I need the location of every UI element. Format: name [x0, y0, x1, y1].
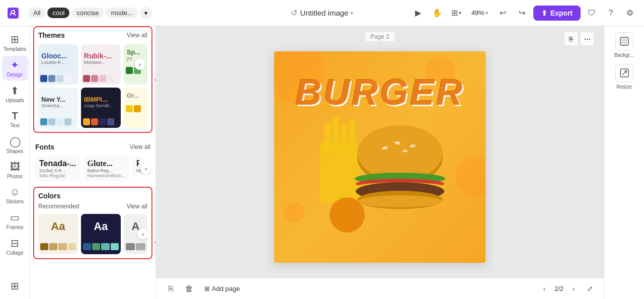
templates-label: Templates	[4, 46, 27, 52]
page-thumbnail-btn[interactable]: ⎘	[164, 282, 178, 296]
sidebar-item-photos[interactable]: 🖼 Photos	[2, 158, 28, 182]
svg-point-11	[403, 150, 408, 153]
color-dot	[48, 118, 55, 125]
colors-nav-next[interactable]: ›	[137, 229, 148, 240]
color-card-1[interactable]: Aa	[81, 214, 121, 254]
background-tool[interactable]: Backgr...	[614, 32, 634, 58]
expand-icon[interactable]: ⤢	[584, 283, 596, 295]
color-swatch	[49, 243, 57, 250]
color-dot	[64, 75, 71, 82]
sidebar-item-design[interactable]: ✦ Design	[2, 56, 28, 81]
resize-label: Resize	[616, 84, 632, 90]
theme-card-gr[interactable]: Gr...	[124, 88, 147, 128]
color-dot	[126, 67, 133, 74]
svg-rect-4	[341, 124, 347, 152]
svg-rect-3	[333, 117, 339, 152]
canva-logo[interactable]	[6, 6, 20, 20]
cursor-tool[interactable]: ▶	[410, 5, 426, 21]
sidebar-item-uploads[interactable]: ⬆ Uploads	[2, 82, 28, 106]
theme-card-newy[interactable]: New Y... SinkinSa...	[38, 88, 78, 128]
background-label: Backgr...	[614, 52, 634, 58]
font-card-0[interactable]: Tenada-... Zocbe| X-E... Stilu-Regular	[35, 156, 80, 181]
canvas-body[interactable]: Page 2 ⎘ ⋯ BURGER	[156, 26, 604, 278]
themes-view-all[interactable]: View all	[127, 32, 147, 39]
delete-page-btn[interactable]: 🗑	[182, 282, 196, 296]
color-swatch	[92, 243, 100, 250]
sidebar-item-templates[interactable]: ⊞ Templates	[2, 30, 28, 55]
theme-subname-r2-0: SinkinSa...	[41, 103, 63, 108]
theme-card-rubik[interactable]: Rubik-... Montserr...	[81, 44, 121, 85]
color-aa-0: Aa	[51, 220, 65, 233]
color-dot	[40, 75, 47, 82]
burger-title: BURGER	[274, 71, 486, 113]
color-dot	[126, 105, 133, 112]
color-swatch	[101, 243, 109, 250]
fonts-view-all[interactable]: View all	[130, 143, 150, 151]
svg-point-17	[357, 195, 443, 207]
filter-tag-mode[interactable]: mode...	[106, 8, 137, 18]
fonts-nav-next[interactable]: ›	[140, 163, 151, 174]
themes-section: Themes View all Glooc... Lucette-R...	[33, 26, 152, 133]
deco-circle-orange	[330, 197, 365, 233]
filter-dropdown[interactable]: ▾	[140, 7, 152, 19]
frames-icon: ▭	[10, 211, 20, 223]
page-counter: 2/2	[554, 285, 564, 292]
redo-btn[interactable]: ↪	[514, 5, 530, 21]
design-panel: Themes View all Glooc... Lucette-R...	[30, 26, 156, 299]
filter-tag-concise[interactable]: concise	[71, 8, 104, 18]
shield-icon[interactable]: 🛡	[584, 5, 600, 21]
themes-grid-row2: New Y... SinkinSa... IBMPl... Asap-SemiB…	[38, 88, 147, 128]
left-sidebar: ⊞ Templates ✦ Design ⬆ Uploads T Text ◯ …	[0, 26, 30, 299]
colors-section: Colors Recommended View all Aa	[33, 187, 152, 259]
uploads-label: Uploads	[6, 98, 24, 103]
hand-tool[interactable]: ✋	[429, 5, 445, 21]
fonts-grid: Tenada-... Zocbe| X-E... Stilu-Regular G…	[35, 156, 150, 181]
theme-card-glooc[interactable]: Glooc... Lucette-R...	[38, 44, 78, 85]
settings-icon[interactable]: ⚙	[622, 5, 638, 21]
sidebar-item-shapes[interactable]: ◯ Shapes	[2, 132, 28, 157]
filter-tag-all[interactable]: All	[28, 8, 45, 18]
undo-btn[interactable]: ↩	[495, 5, 511, 21]
sidebar-item-collage[interactable]: ⊟ Collage	[2, 234, 28, 259]
resize-tool[interactable]: Resize	[615, 64, 633, 90]
uploads-icon: ⬆	[11, 85, 19, 97]
background-icon	[615, 32, 633, 50]
sidebar-item-text[interactable]: T Text	[2, 107, 28, 131]
page-label: Page 2	[365, 32, 394, 41]
page-copy-btn[interactable]: ⎘	[565, 32, 578, 45]
canvas-page[interactable]: BURGER	[274, 51, 486, 263]
fonts-section: Fonts View all Tenada-... Zocbe| X-E... …	[30, 138, 155, 187]
export-button[interactable]: ⬆ Export	[533, 6, 581, 21]
sidebar-item-frames[interactable]: ▭ Frames	[2, 208, 28, 233]
theme-card-ibm[interactable]: IBMPl... Asap-SemiB...	[81, 88, 121, 128]
next-page-btn[interactable]: ›	[568, 283, 580, 295]
sidebar-item-more[interactable]: ⊞	[2, 277, 28, 295]
themes-nav-next[interactable]: ›	[134, 59, 145, 70]
page-more-btn[interactable]: ⋯	[581, 32, 594, 45]
collage-label: Collage	[7, 250, 24, 256]
collage-icon: ⊟	[11, 237, 19, 249]
theme-colors-1	[81, 72, 121, 85]
color-swatch	[136, 243, 145, 250]
color-dot	[107, 118, 114, 125]
title-chevron[interactable]: ▾	[350, 10, 353, 17]
prev-page-btn[interactable]: ‹	[538, 283, 550, 295]
zoom-control[interactable]: 49% ▾	[467, 7, 492, 19]
add-page-button[interactable]: ⊞ Add page	[200, 283, 244, 294]
filter-tag-cool[interactable]: cool	[47, 8, 69, 18]
color-card-0[interactable]: Aa	[38, 214, 78, 254]
layout-tool[interactable]: ⊞▾	[448, 5, 464, 21]
colors-recommended-label: Recommended	[38, 203, 79, 210]
color-swatch	[126, 243, 135, 250]
burger-design: BURGER	[274, 51, 486, 263]
text-icon: T	[12, 110, 18, 122]
font-card-1[interactable]: Glute... Baloo-Reg... HammersmithOn...	[84, 156, 130, 181]
colors-title: Colors	[38, 192, 60, 200]
color-dot	[83, 75, 90, 82]
sidebar-item-stickers[interactable]: ☺ Stickers	[2, 183, 28, 207]
themes-title: Themes	[38, 31, 65, 39]
font-sub2-0: Stilu-Regular	[39, 173, 76, 178]
colors-view-all[interactable]: View all	[127, 203, 147, 210]
help-icon[interactable]: ?	[603, 5, 619, 21]
theme-name-r2-0: New Y...	[41, 96, 65, 103]
